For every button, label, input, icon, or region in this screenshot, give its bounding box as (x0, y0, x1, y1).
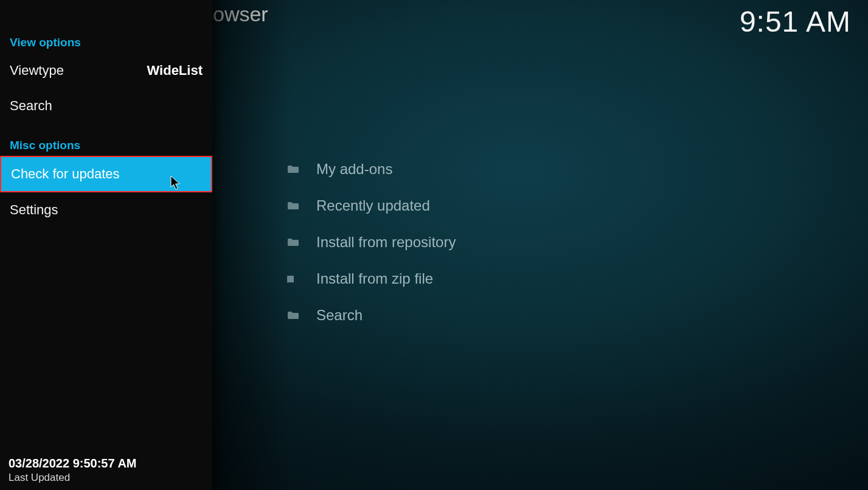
page-title: owser (213, 2, 268, 26)
search-row[interactable]: Search (0, 88, 212, 124)
list-item-install-repo[interactable]: Install from repository (287, 224, 774, 261)
last-updated-timestamp: 03/28/2022 9:50:57 AM (9, 457, 137, 471)
settings-label: Settings (10, 202, 58, 218)
list-item-install-zip[interactable]: Install from zip file (287, 261, 774, 297)
list-item-label: Install from zip file (316, 270, 433, 287)
list-item-label: Recently updated (316, 197, 430, 214)
panel-shadow (212, 0, 291, 490)
view-options-header: View options (0, 33, 212, 53)
list-item-label: Install from repository (316, 234, 456, 251)
viewtype-value: WideList (147, 63, 203, 79)
folder-icon (287, 165, 316, 173)
list-item-label: Search (316, 307, 363, 324)
check-for-updates-label: Check for updates (11, 166, 120, 182)
search-label: Search (10, 98, 52, 114)
viewtype-row[interactable]: Viewtype WideList (0, 53, 212, 88)
list-item-recently-updated[interactable]: Recently updated (287, 187, 774, 224)
panel-footer: 03/28/2022 9:50:57 AM Last Updated (9, 457, 137, 484)
viewtype-label: Viewtype (10, 63, 64, 79)
settings-row[interactable]: Settings (0, 192, 212, 228)
misc-options-header: Misc options (0, 136, 212, 156)
list-item-search[interactable]: Search (287, 297, 774, 334)
addon-browser-list: My add-ons Recently updated Install from… (287, 151, 774, 334)
last-updated-label: Last Updated (9, 472, 137, 484)
list-item-my-addons[interactable]: My add-ons (287, 151, 774, 187)
zip-icon (287, 276, 316, 282)
check-for-updates-row[interactable]: Check for updates (0, 156, 212, 192)
cursor-icon (170, 175, 181, 190)
side-options-panel: View options Viewtype WideList Search Mi… (0, 0, 212, 490)
folder-icon (287, 311, 316, 320)
folder-icon (287, 238, 316, 247)
clock: 9:51 AM (740, 5, 851, 38)
list-item-label: My add-ons (316, 161, 392, 178)
folder-icon (287, 201, 316, 210)
